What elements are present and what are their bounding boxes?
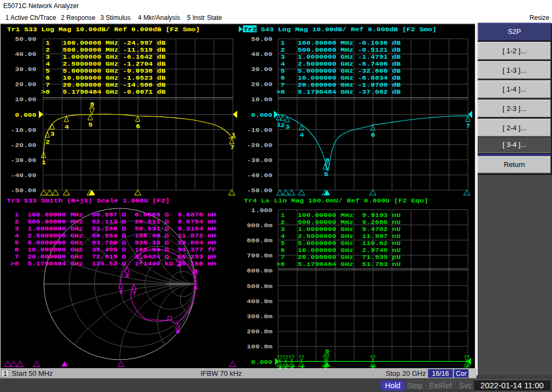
svg-text:7: 7: [466, 122, 471, 129]
svg-text:20.00: 20.00: [251, 81, 273, 88]
svg-text:50.00: 50.00: [251, 36, 273, 43]
svg-text:4: 4: [65, 123, 69, 130]
svg-text:Start 50 MHz: Start 50 MHz: [12, 369, 53, 377]
svg-text:4 2.5000000 GHz 11.997 nU: 4 2.5000000 GHz 11.997 nU: [277, 233, 401, 240]
svg-text:4: 4: [300, 131, 304, 138]
svg-text:5 5.0000000 GHz 110.62 nU: 5 5.0000000 GHz 110.62 nU: [277, 240, 401, 247]
svg-text:600.0m: 600.0m: [247, 267, 273, 274]
svg-text:>8 5.1790484 GHz -0.0871 dB: >8 5.1790484 GHz -0.0871 dB: [42, 88, 166, 95]
svg-text:-40.00: -40.00: [11, 172, 37, 179]
svg-text:Tr3 S33 Smith (R+jX) Scale 1.0: Tr3 S33 Smith (R+jX) Scale 1.000U [F2]: [7, 197, 170, 204]
svg-text:Resize: Resize: [529, 14, 549, 22]
svg-text:[ 1-4 ]...: [ 1-4 ]...: [502, 85, 526, 93]
svg-text:900.0m: 900.0m: [247, 222, 273, 229]
svg-text:5 Instr State: 5 Instr State: [187, 14, 222, 22]
svg-text:>8 5.1790484 GHz 135.52 Ω 1: >8 5.1790484 GHz 135.52 Ω 1.1440 kΩ 35.1…: [10, 260, 216, 267]
svg-text:100.0m: 100.0m: [247, 343, 273, 350]
svg-text:1: 1: [232, 131, 236, 138]
svg-text:-20.00: -20.00: [11, 142, 37, 149]
svg-text:1.000: 1.000: [251, 207, 273, 214]
svg-text:0.000: 0.000: [251, 359, 273, 366]
svg-text:6 10.000000 GHz 39.405 Ω -16: 6 10.000000 GHz 39.405 Ω -168.64 Ω 94.37…: [10, 246, 216, 253]
svg-text:3: 3: [50, 130, 54, 137]
svg-text:-20.00: -20.00: [247, 142, 273, 149]
svg-text:8: 8: [194, 268, 198, 275]
svg-text:6: 6: [176, 328, 180, 335]
svg-text:10.00: 10.00: [251, 96, 273, 103]
svg-text:-10.00: -10.00: [247, 127, 273, 134]
svg-text:6: 6: [371, 131, 375, 138]
svg-text:>8 5.1790484 GHz 51.783 nU: >8 5.1790484 GHz 51.783 nU: [277, 261, 401, 268]
svg-text:2 500.00000 MHz -0.5121 dB: 2 500.00000 MHz -0.5121 dB: [277, 46, 401, 53]
svg-text:1: 1: [278, 363, 282, 370]
svg-text:6 10.000000 GHz 2.9748 nU: 6 10.000000 GHz 2.9748 nU: [277, 247, 401, 254]
svg-text:6 10.000000 GHz -6.8834 dB: 6 10.000000 GHz -6.8834 dB: [277, 74, 401, 81]
svg-text:-50.00: -50.00: [11, 187, 37, 194]
svg-text:1 100.00000 MHz 50.997 Ω 6.: 1 100.00000 MHz 50.997 Ω 6.0869 Ω 9.6876…: [10, 211, 216, 218]
svg-text:>8 5.1790484 GHz -37.082 dB: >8 5.1790484 GHz -37.082 dB: [277, 88, 401, 95]
svg-text:0.000: 0.000: [251, 111, 273, 118]
svg-text:3 1.0000000 GHz 9.4782 nU: 3 1.0000000 GHz 9.4782 nU: [277, 226, 401, 233]
svg-text:7: 7: [230, 144, 234, 151]
svg-text:1: 1: [42, 159, 46, 166]
svg-text:5: 5: [88, 121, 93, 128]
svg-text:3: 3: [290, 363, 294, 370]
svg-text:Stop: Stop: [407, 381, 423, 390]
svg-text:1 100.00000 MHz -0.1036 dB: 1 100.00000 MHz -0.1036 dB: [277, 39, 401, 46]
svg-text:-40.00: -40.00: [247, 172, 273, 179]
svg-text:6: 6: [136, 123, 140, 130]
svg-text:5 5.0000000 GHz -0.0936 dB: 5 5.0000000 GHz -0.0936 dB: [42, 67, 166, 74]
svg-text:-50.00: -50.00: [247, 187, 273, 194]
svg-text:4 2.5000000 GHz 58.954 Ω 18: 4 2.5000000 GHz 58.954 Ω 186.48 Ω 11.872…: [10, 232, 216, 239]
svg-text:2 500.00000 MHz 52.113 Ω 28: 2 500.00000 MHz 52.113 Ω 28.511 Ω 9.0754…: [10, 218, 216, 225]
svg-text:40.00: 40.00: [251, 51, 273, 58]
svg-text:30.00: 30.00: [15, 66, 37, 73]
svg-text:7 20.000000 GHz -14.586 dB: 7 20.000000 GHz -14.586 dB: [42, 81, 166, 88]
svg-text:4 2.5000000 GHz -6.7406 dB: 4 2.5000000 GHz -6.7406 dB: [277, 60, 401, 67]
svg-text:3 1.0000000 GHz -6.1642 dB: 3 1.0000000 GHz -6.1642 dB: [42, 53, 166, 60]
svg-text:Cor: Cor: [456, 370, 466, 377]
svg-text:7 20.000000 GHz -1.0780 dB: 7 20.000000 GHz -1.0780 dB: [277, 81, 401, 88]
svg-text:-30.00: -30.00: [11, 157, 37, 164]
svg-text:4 Mkr/Analysis: 4 Mkr/Analysis: [138, 14, 180, 22]
svg-text:400.0m: 400.0m: [247, 298, 273, 305]
svg-text:Tr2: Tr2: [244, 26, 257, 33]
svg-text:8: 8: [325, 348, 329, 355]
svg-text:50.00: 50.00: [15, 36, 37, 43]
svg-text:7 20.000000 GHz 72.819 Ω 2.: 7 20.000000 GHz 72.819 Ω 2.0424 Ω 16.253…: [10, 253, 216, 260]
svg-text:1: 1: [119, 288, 123, 295]
svg-text:E5071C Network Analyzer: E5071C Network Analyzer: [3, 2, 79, 10]
svg-text:1 100.00000 MHz -24.997 dB: 1 100.00000 MHz -24.997 dB: [42, 39, 166, 46]
svg-text:6: 6: [371, 363, 375, 370]
svg-text:5 5.0000000 GHz -32.608 dB: 5 5.0000000 GHz -32.608 dB: [277, 67, 401, 74]
svg-text:[ 3-4 ]...: [ 3-4 ]...: [502, 141, 526, 149]
svg-text:3 1.0000000 GHz -1.4791 dB: 3 1.0000000 GHz -1.4791 dB: [277, 53, 401, 60]
svg-text:S2P: S2P: [508, 27, 521, 36]
svg-text:2 500.00000 MHz -11.519 dB: 2 500.00000 MHz -11.519 dB: [42, 46, 166, 53]
svg-text:-10.00: -10.00: [11, 127, 37, 134]
svg-text:1 100.00000 MHz 9.9193 nU: 1 100.00000 MHz 9.9193 nU: [277, 212, 401, 219]
svg-text:Return: Return: [504, 160, 525, 169]
svg-text:1: 1: [3, 370, 7, 377]
svg-text:2022-01-14 11:00: 2022-01-14 11:00: [480, 381, 543, 390]
svg-text:40.00: 40.00: [15, 51, 37, 58]
svg-text:S43 Log Mag 10.00dB/ Ref 0.000: S43 Log Mag 10.00dB/ Ref 0.000dB [F2 Smo…: [261, 26, 437, 33]
svg-text:7: 7: [132, 290, 136, 297]
svg-text:500.0m: 500.0m: [247, 283, 273, 290]
svg-text:Svc: Svc: [459, 381, 472, 390]
svg-text:4: 4: [300, 363, 304, 370]
svg-text:20.00: 20.00: [15, 81, 37, 88]
svg-text:Tr1 S33 Log Mag 10.00dB/ Ref 0: Tr1 S33 Log Mag 10.00dB/ Ref 0.000dB [F2…: [7, 26, 200, 33]
svg-text:Stop 20 GHz: Stop 20 GHz: [386, 369, 426, 377]
svg-text:5: 5: [324, 171, 328, 178]
svg-text:Hold: Hold: [385, 381, 401, 390]
svg-text:[ 1-2 ]...: [ 1-2 ]...: [502, 47, 526, 55]
svg-text:10.00: 10.00: [15, 96, 37, 103]
svg-text:2: 2: [45, 138, 50, 145]
svg-text:2: 2: [284, 363, 288, 370]
svg-text:2: 2: [280, 122, 285, 129]
svg-text:[ 2-4 ]...: [ 2-4 ]...: [502, 124, 526, 132]
svg-text:800.0m: 800.0m: [247, 237, 273, 244]
svg-text:0.000: 0.000: [15, 111, 37, 118]
svg-text:4 2.5000000 GHz -1.2704 dB: 4 2.5000000 GHz -1.2704 dB: [42, 60, 166, 67]
